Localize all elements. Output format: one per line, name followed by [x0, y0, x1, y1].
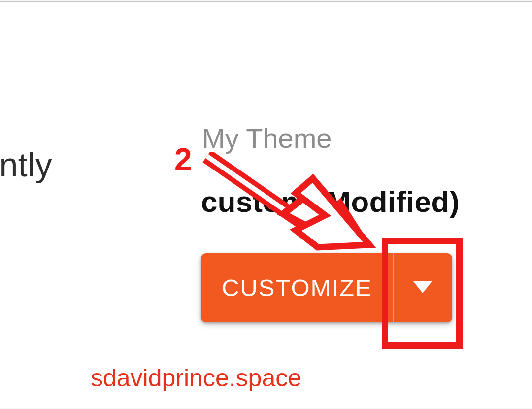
svg-marker-0 — [413, 281, 432, 293]
caret-down-icon — [413, 281, 432, 295]
theme-name-label: custom (Modified) — [201, 185, 460, 219]
partial-cutoff-text: rently — [0, 145, 52, 184]
annotation-watermark: sdavidprince.space — [91, 364, 301, 392]
customize-dropdown-button[interactable] — [393, 253, 452, 322]
customize-button-group: CUSTOMIZE — [201, 253, 452, 322]
theme-section-title: My Theme — [202, 122, 332, 154]
content-card: rently My Theme custom (Modified) CUSTOM… — [0, 2, 532, 408]
customize-button[interactable]: CUSTOMIZE — [201, 253, 393, 322]
annotation-step-number: 2 — [174, 141, 192, 178]
